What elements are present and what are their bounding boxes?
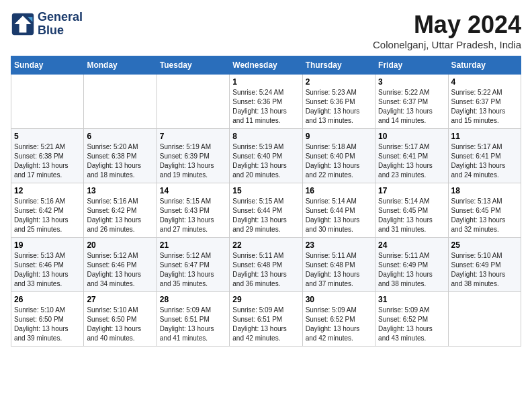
calendar-cell: 18Sunrise: 5:13 AMSunset: 6:45 PMDayligh…: [448, 183, 521, 238]
day-number: 11: [451, 132, 518, 141]
day-number: 13: [87, 186, 153, 195]
day-number: 31: [378, 295, 445, 304]
calendar-cell: 15Sunrise: 5:15 AMSunset: 6:44 PMDayligh…: [230, 183, 302, 238]
day-number: 9: [306, 132, 372, 141]
calendar-cell: 28Sunrise: 5:09 AMSunset: 6:51 PMDayligh…: [157, 292, 229, 347]
calendar-cell: 12Sunrise: 5:16 AMSunset: 6:42 PMDayligh…: [11, 183, 84, 238]
calendar-header-sunday: Sunday: [11, 56, 84, 75]
day-number: 8: [232, 132, 299, 141]
day-info: Sunrise: 5:19 AMSunset: 6:39 PMDaylight:…: [160, 142, 226, 180]
day-info: Sunrise: 5:09 AMSunset: 6:52 PMDaylight:…: [306, 306, 372, 343]
day-info: Sunrise: 5:09 AMSunset: 6:51 PMDaylight:…: [160, 306, 226, 343]
day-info: Sunrise: 5:19 AMSunset: 6:40 PMDaylight:…: [232, 142, 299, 180]
logo: General Blue: [11, 11, 83, 38]
day-number: 28: [160, 295, 226, 304]
day-number: 16: [306, 186, 372, 195]
day-info: Sunrise: 5:11 AMSunset: 6:48 PMDaylight:…: [306, 251, 372, 289]
day-info: Sunrise: 5:22 AMSunset: 6:37 PMDaylight:…: [378, 88, 445, 126]
logo-line1: General: [38, 11, 83, 24]
calendar-cell: 27Sunrise: 5:10 AMSunset: 6:50 PMDayligh…: [84, 292, 157, 347]
calendar-cell: 17Sunrise: 5:14 AMSunset: 6:45 PMDayligh…: [375, 183, 448, 238]
day-number: 12: [14, 186, 81, 195]
page-header: General Blue May 2024 Colonelganj, Uttar…: [11, 11, 521, 50]
calendar-header-saturday: Saturday: [448, 56, 521, 75]
day-info: Sunrise: 5:11 AMSunset: 6:48 PMDaylight:…: [232, 251, 299, 289]
calendar-week-4: 19Sunrise: 5:13 AMSunset: 6:46 PMDayligh…: [11, 238, 521, 292]
day-number: 4: [451, 77, 518, 87]
day-info: Sunrise: 5:10 AMSunset: 6:50 PMDaylight:…: [87, 306, 153, 343]
day-info: Sunrise: 5:12 AMSunset: 6:47 PMDaylight:…: [160, 251, 226, 289]
day-number: 6: [87, 132, 153, 141]
day-number: 5: [14, 132, 81, 141]
day-info: Sunrise: 5:16 AMSunset: 6:42 PMDaylight:…: [87, 197, 153, 234]
day-info: Sunrise: 5:13 AMSunset: 6:46 PMDaylight:…: [14, 251, 81, 289]
day-number: 22: [232, 240, 299, 250]
calendar-cell: 11Sunrise: 5:17 AMSunset: 6:41 PMDayligh…: [448, 129, 521, 183]
day-number: 10: [378, 132, 445, 141]
calendar-cell: 30Sunrise: 5:09 AMSunset: 6:52 PMDayligh…: [302, 292, 375, 347]
calendar-cell: 16Sunrise: 5:14 AMSunset: 6:44 PMDayligh…: [302, 183, 375, 238]
calendar-cell: [448, 292, 521, 347]
calendar-cell: 20Sunrise: 5:12 AMSunset: 6:46 PMDayligh…: [84, 238, 157, 292]
calendar-week-1: 1Sunrise: 5:24 AMSunset: 6:36 PMDaylight…: [11, 75, 521, 129]
logo-icon: [11, 12, 35, 36]
calendar-week-2: 5Sunrise: 5:21 AMSunset: 6:38 PMDaylight…: [11, 129, 521, 183]
day-info: Sunrise: 5:16 AMSunset: 6:42 PMDaylight:…: [14, 197, 81, 234]
calendar-cell: 9Sunrise: 5:18 AMSunset: 6:40 PMDaylight…: [302, 129, 375, 183]
day-number: 24: [378, 240, 445, 250]
calendar-cell: 13Sunrise: 5:16 AMSunset: 6:42 PMDayligh…: [84, 183, 157, 238]
day-number: 2: [306, 77, 372, 87]
calendar-cell: 2Sunrise: 5:23 AMSunset: 6:36 PMDaylight…: [302, 75, 375, 129]
day-number: 30: [306, 295, 372, 304]
title-block: May 2024 Colonelganj, Uttar Pradesh, Ind…: [373, 11, 521, 50]
day-number: 21: [160, 240, 226, 250]
calendar-cell: 21Sunrise: 5:12 AMSunset: 6:47 PMDayligh…: [157, 238, 229, 292]
day-info: Sunrise: 5:20 AMSunset: 6:38 PMDaylight:…: [87, 142, 153, 180]
calendar-table: SundayMondayTuesdayWednesdayThursdayFrid…: [11, 56, 521, 347]
day-info: Sunrise: 5:10 AMSunset: 6:49 PMDaylight:…: [451, 251, 518, 289]
day-number: 1: [232, 77, 299, 87]
day-info: Sunrise: 5:14 AMSunset: 6:45 PMDaylight:…: [378, 197, 445, 234]
day-number: 18: [451, 186, 518, 195]
calendar-header-tuesday: Tuesday: [157, 56, 229, 75]
month-title: May 2024: [373, 11, 521, 39]
calendar-header-friday: Friday: [375, 56, 448, 75]
calendar-cell: 31Sunrise: 5:09 AMSunset: 6:52 PMDayligh…: [375, 292, 448, 347]
day-number: 29: [232, 295, 299, 304]
location: Colonelganj, Uttar Pradesh, India: [373, 39, 521, 50]
day-info: Sunrise: 5:12 AMSunset: 6:46 PMDaylight:…: [87, 251, 153, 289]
calendar-cell: 7Sunrise: 5:19 AMSunset: 6:39 PMDaylight…: [157, 129, 229, 183]
day-info: Sunrise: 5:10 AMSunset: 6:50 PMDaylight:…: [14, 306, 81, 343]
calendar-cell: 24Sunrise: 5:11 AMSunset: 6:49 PMDayligh…: [375, 238, 448, 292]
calendar-cell: 6Sunrise: 5:20 AMSunset: 6:38 PMDaylight…: [84, 129, 157, 183]
day-info: Sunrise: 5:15 AMSunset: 6:44 PMDaylight:…: [232, 197, 299, 234]
calendar-cell: 19Sunrise: 5:13 AMSunset: 6:46 PMDayligh…: [11, 238, 84, 292]
day-info: Sunrise: 5:24 AMSunset: 6:36 PMDaylight:…: [232, 88, 299, 126]
day-number: 14: [160, 186, 226, 195]
calendar-cell: [84, 75, 157, 129]
calendar-header-wednesday: Wednesday: [230, 56, 302, 75]
day-number: 26: [14, 295, 81, 304]
day-info: Sunrise: 5:09 AMSunset: 6:52 PMDaylight:…: [378, 306, 445, 343]
day-info: Sunrise: 5:14 AMSunset: 6:44 PMDaylight:…: [306, 197, 372, 234]
calendar-cell: 5Sunrise: 5:21 AMSunset: 6:38 PMDaylight…: [11, 129, 84, 183]
calendar-cell: [157, 75, 229, 129]
logo-text: General Blue: [38, 11, 83, 38]
day-number: 27: [87, 295, 153, 304]
day-info: Sunrise: 5:18 AMSunset: 6:40 PMDaylight:…: [306, 142, 372, 180]
day-number: 3: [378, 77, 445, 87]
calendar-cell: 4Sunrise: 5:22 AMSunset: 6:37 PMDaylight…: [448, 75, 521, 129]
calendar-cell: 8Sunrise: 5:19 AMSunset: 6:40 PMDaylight…: [230, 129, 302, 183]
calendar-cell: 1Sunrise: 5:24 AMSunset: 6:36 PMDaylight…: [230, 75, 302, 129]
day-number: 7: [160, 132, 226, 141]
calendar-cell: 23Sunrise: 5:11 AMSunset: 6:48 PMDayligh…: [302, 238, 375, 292]
calendar-header-thursday: Thursday: [302, 56, 375, 75]
calendar-cell: [11, 75, 84, 129]
day-number: 20: [87, 240, 153, 250]
day-info: Sunrise: 5:17 AMSunset: 6:41 PMDaylight:…: [451, 142, 518, 180]
calendar-cell: 14Sunrise: 5:15 AMSunset: 6:43 PMDayligh…: [157, 183, 229, 238]
day-number: 23: [306, 240, 372, 250]
calendar-cell: 3Sunrise: 5:22 AMSunset: 6:37 PMDaylight…: [375, 75, 448, 129]
logo-line2: Blue: [38, 24, 83, 38]
day-info: Sunrise: 5:15 AMSunset: 6:43 PMDaylight:…: [160, 197, 226, 234]
